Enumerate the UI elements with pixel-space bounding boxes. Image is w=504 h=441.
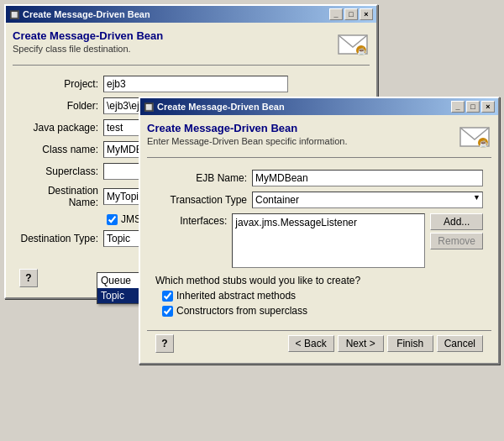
add-interface-button[interactable]: Add...: [430, 213, 483, 230]
window2-titlebar: 🔲 Create Message-Driven Bean _ □ ×: [140, 98, 498, 115]
window2-close[interactable]: ×: [481, 101, 495, 113]
window2: 🔲 Create Message-Driven Bean _ □ × Creat…: [139, 97, 500, 365]
svg-text:☕: ☕: [357, 46, 367, 56]
window1-maximize[interactable]: □: [344, 8, 358, 20]
ejb-name-row: EJB Name:: [155, 170, 483, 186]
envelope-icon: ☕: [338, 32, 368, 57]
window1-heading: Create Message-Driven Bean: [13, 29, 163, 42]
window2-subheading: Enter Message-Driven Bean specific infor…: [147, 136, 347, 146]
window2-header-icon: ☕: [458, 122, 491, 152]
window2-body: Create Message-Driven Bean Enter Message…: [140, 115, 498, 363]
window2-footer: ? < Back Next > Finish Cancel: [147, 330, 491, 356]
window1-help-button[interactable]: ?: [19, 269, 38, 287]
remove-interface-button[interactable]: Remove: [430, 233, 483, 249]
java-package-label: Java package:: [19, 122, 103, 134]
window1-minimize[interactable]: _: [329, 8, 343, 20]
window2-back-button[interactable]: < Back: [288, 335, 334, 352]
window2-minimize[interactable]: _: [451, 101, 465, 113]
envelope2-icon: ☕: [459, 124, 490, 150]
window2-cancel-button[interactable]: Cancel: [437, 335, 483, 352]
destination-name-label: Destination Name:: [19, 185, 103, 208]
inherited-methods-checkbox[interactable]: [162, 291, 173, 302]
jms-checkbox[interactable]: [107, 214, 118, 225]
project-label: Project:: [19, 78, 103, 90]
window2-title: Create Message-Driven Bean: [157, 102, 285, 112]
window1-subheading: Specify class file destination.: [13, 44, 163, 54]
project-input[interactable]: [103, 76, 288, 92]
folder-label: Folder:: [19, 100, 103, 112]
superclass-label: Superclass:: [19, 165, 103, 177]
transaction-type-label: Transaction Type: [155, 194, 252, 206]
destination-type-label: Destination Type:: [19, 233, 103, 244]
window1-titlebar: 🔲 Create Message-Driven Bean _ □ ×: [6, 6, 376, 23]
interfaces-label: Interfaces:: [155, 213, 232, 227]
interfaces-row: Interfaces: javax.jms.MessageListener Ad…: [155, 213, 483, 268]
window2-icon: 🔲: [144, 102, 154, 112]
project-row: Project:: [19, 76, 363, 92]
transaction-type-row: Transaction Type Container Bean: [155, 192, 483, 208]
window1-title: Create Message-Driven Bean: [23, 9, 150, 19]
window2-help-button[interactable]: ?: [155, 334, 174, 353]
window2-maximize[interactable]: □: [466, 101, 480, 113]
ejb-name-input[interactable]: [252, 170, 483, 186]
window1-header-icon: ☕: [336, 29, 370, 60]
class-name-label: Class name:: [19, 144, 103, 155]
svg-text:☕: ☕: [479, 139, 489, 149]
window1-header: Create Message-Driven Bean Specify class…: [13, 29, 370, 66]
transaction-type-wrapper: Container Bean: [252, 192, 483, 208]
inherited-methods-row: Inherited abstract methods: [162, 290, 483, 302]
inherited-methods-label: Inherited abstract methods: [176, 290, 296, 302]
interfaces-textarea[interactable]: javax.jms.MessageListener: [232, 213, 425, 268]
window2-finish-button[interactable]: Finish: [387, 335, 433, 352]
constructors-label: Constructors from superclass: [176, 305, 307, 317]
constructors-checkbox[interactable]: [162, 306, 173, 317]
window1-close[interactable]: ×: [360, 8, 373, 20]
window1-icon: 🔲: [9, 10, 19, 19]
transaction-type-select[interactable]: Container Bean: [252, 192, 483, 208]
constructors-row: Constructors from superclass: [162, 305, 483, 317]
window2-next-button[interactable]: Next >: [338, 335, 384, 352]
method-stubs-label: Which method stubs would you like to cre…: [155, 275, 483, 286]
window2-form: EJB Name: Transaction Type Container Bea…: [147, 165, 491, 327]
window2-heading: Create Message-Driven Bean: [147, 122, 347, 134]
window2-header: Create Message-Driven Bean Enter Message…: [147, 122, 491, 158]
method-stubs-section: Which method stubs would you like to cre…: [155, 275, 483, 317]
ejb-name-label: EJB Name:: [155, 172, 252, 184]
